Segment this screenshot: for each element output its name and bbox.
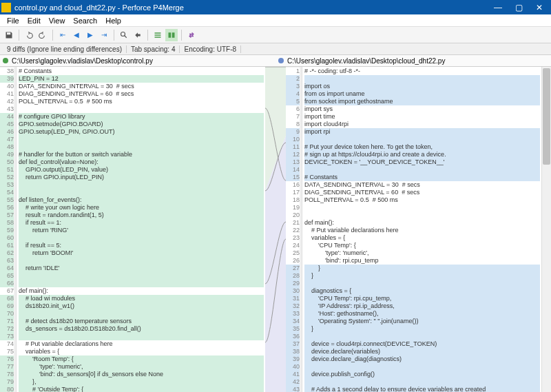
right-pane[interactable]: 1234567891011121314151617181920212223242… bbox=[286, 67, 551, 392]
goto-icon[interactable] bbox=[132, 29, 144, 41]
undo-icon[interactable] bbox=[23, 29, 35, 41]
separator bbox=[19, 30, 19, 41]
svg-point-0 bbox=[121, 32, 125, 36]
svg-rect-4 bbox=[155, 37, 161, 38]
status-tabs: Tab spacing: 4 bbox=[127, 45, 180, 53]
status-encoding: Encoding: UTF-8 bbox=[180, 45, 241, 53]
right-file-label: C:\Users\glagolev.vladislav\Desktop\clou… bbox=[287, 57, 445, 65]
separator bbox=[181, 30, 182, 41]
status-diffs: 9 diffs (Ignore line ending differences) bbox=[3, 45, 127, 53]
minimize-button[interactable]: — bbox=[488, 0, 508, 14]
prev-diff-icon[interactable]: ◀ bbox=[70, 29, 83, 41]
save-icon[interactable] bbox=[3, 29, 15, 41]
toolbar: ⇤ ◀ ▶ ⇥ bbox=[0, 27, 551, 43]
left-file-label: C:\Users\glagolev.vladislav\Desktop\cont… bbox=[12, 57, 153, 65]
menu-file[interactable]: File bbox=[3, 15, 23, 26]
file-paths: C:\Users\glagolev.vladislav\Desktop\cont… bbox=[0, 55, 551, 67]
svg-rect-5 bbox=[169, 32, 171, 38]
title-bar: control.py and cloud_dht22.py - Perforce… bbox=[0, 0, 551, 14]
menu-help[interactable]: Help bbox=[101, 15, 125, 26]
close-button[interactable]: ✕ bbox=[529, 0, 550, 14]
swap-icon[interactable] bbox=[185, 29, 198, 41]
redo-icon[interactable] bbox=[37, 29, 49, 41]
window-title: control.py and cloud_dht22.py - Perforce… bbox=[14, 3, 488, 12]
svg-rect-6 bbox=[172, 32, 175, 38]
right-dot-icon bbox=[278, 58, 284, 63]
last-diff-icon[interactable]: ⇥ bbox=[98, 29, 110, 41]
vertical-scrollbar[interactable] bbox=[541, 67, 551, 392]
left-gutter: 3839404142434445464748495051525354555657… bbox=[0, 67, 17, 392]
right-code[interactable]: # -*- coding: utf-8 -*-import osfrom os … bbox=[302, 67, 541, 392]
maximize-button[interactable]: ▢ bbox=[508, 0, 529, 14]
svg-rect-2 bbox=[155, 32, 161, 34]
menu-bar: File Edit View Search Help bbox=[0, 14, 551, 27]
list-view-icon[interactable] bbox=[152, 29, 164, 41]
diff-area: 3839404142434445464748495051525354555657… bbox=[0, 67, 551, 392]
menu-view[interactable]: View bbox=[45, 15, 70, 26]
svg-rect-3 bbox=[155, 34, 161, 36]
left-dot-icon bbox=[3, 58, 8, 63]
svg-line-1 bbox=[125, 35, 127, 37]
left-pane[interactable]: 3839404142434445464748495051525354555657… bbox=[0, 67, 265, 392]
ribbon-svg bbox=[265, 67, 286, 392]
next-diff-icon[interactable]: ▶ bbox=[84, 29, 96, 41]
scrollbar-thumb[interactable] bbox=[543, 68, 550, 165]
menu-search[interactable]: Search bbox=[69, 15, 101, 26]
diff-ribbon bbox=[265, 67, 286, 392]
status-bar: 9 diffs (Ignore line ending differences)… bbox=[0, 43, 551, 55]
inline-view-icon[interactable] bbox=[165, 29, 178, 41]
menu-edit[interactable]: Edit bbox=[23, 15, 45, 26]
separator bbox=[52, 30, 53, 41]
left-code[interactable]: # ConstantsLED_PIN = 12DATA_SENDING_INTE… bbox=[17, 67, 265, 392]
right-gutter: 1234567891011121314151617181920212223242… bbox=[286, 67, 302, 392]
app-icon bbox=[1, 3, 11, 12]
separator bbox=[114, 30, 114, 41]
find-icon[interactable] bbox=[118, 29, 130, 41]
right-file-path: C:\Users\glagolev.vladislav\Desktop\clou… bbox=[276, 55, 551, 67]
first-diff-icon[interactable]: ⇤ bbox=[56, 29, 69, 41]
left-file-path: C:\Users\glagolev.vladislav\Desktop\cont… bbox=[0, 55, 276, 67]
separator bbox=[147, 30, 148, 41]
